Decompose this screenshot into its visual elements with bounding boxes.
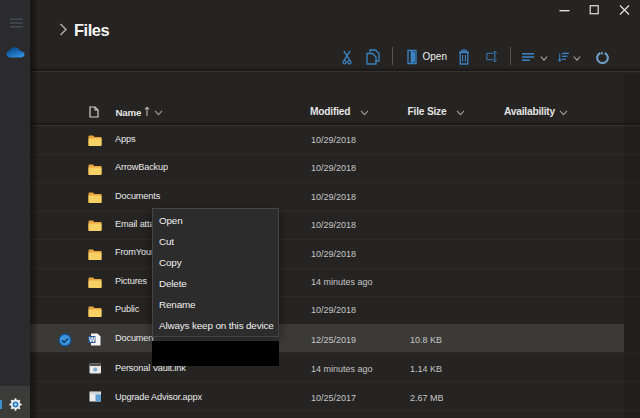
svg-text:W: W bbox=[89, 335, 96, 342]
